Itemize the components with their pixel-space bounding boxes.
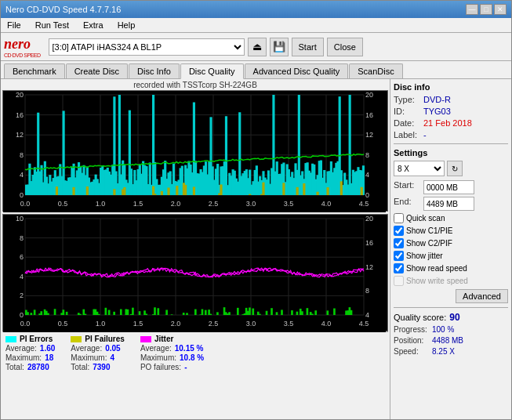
show-read-speed-label: Show read speed bbox=[406, 264, 467, 273]
show-c1-pie-checkbox[interactable] bbox=[394, 226, 404, 236]
pi-errors-avg-label: Average: bbox=[5, 344, 37, 353]
pi-failures-avg-row: Average: 0.05 bbox=[71, 344, 125, 353]
pi-failures-label: PI Failures bbox=[85, 335, 125, 343]
start-button[interactable]: Start bbox=[292, 38, 324, 56]
disc-date-row: Date: 21 Feb 2018 bbox=[394, 118, 508, 128]
show-jitter-row: Show jitter bbox=[394, 251, 508, 261]
show-c2-pif-row: Show C2/PIF bbox=[394, 238, 508, 248]
jitter-label: Jitter bbox=[154, 335, 173, 343]
toolbar: nero CD·DVD SPEED [3:0] ATAPI iHAS324 A … bbox=[1, 33, 511, 61]
pi-errors-max-row: Maximum: 18 bbox=[5, 353, 55, 362]
pi-errors-swatch bbox=[5, 336, 16, 342]
menu-extra[interactable]: Extra bbox=[80, 20, 107, 31]
chart-title: recorded with TSSTcorp SH-224GB bbox=[2, 81, 388, 89]
pi-failures-total-val: 7390 bbox=[93, 363, 110, 371]
show-write-speed-checkbox bbox=[394, 276, 404, 286]
pi-failures-total-row: Total: 7390 bbox=[71, 363, 125, 371]
pi-failures-title: PI Failures bbox=[71, 335, 125, 343]
type-label: Type: bbox=[394, 95, 421, 104]
id-val: TYG03 bbox=[423, 107, 451, 116]
show-c1-pie-row: Show C1/PIE bbox=[394, 226, 508, 236]
bottom-chart bbox=[2, 214, 388, 331]
disc-info-title: Disc info bbox=[394, 82, 508, 92]
pi-errors-legend: PI Errors Average: 1.60 Maximum: 18 Tota… bbox=[5, 335, 55, 371]
tab-disc-quality[interactable]: Disc Quality bbox=[180, 63, 244, 79]
quick-scan-checkbox[interactable] bbox=[394, 213, 404, 223]
label-label: Label: bbox=[394, 130, 421, 139]
tab-benchmark[interactable]: Benchmark bbox=[4, 63, 65, 78]
pi-failures-legend: PI Failures Average: 0.05 Maximum: 4 Tot… bbox=[71, 335, 125, 371]
pi-errors-label: PI Errors bbox=[20, 335, 53, 343]
show-c2-pif-label: Show C2/PIF bbox=[406, 239, 452, 248]
drive-select[interactable]: [3:0] ATAPI iHAS324 A BL1P bbox=[49, 38, 245, 56]
show-write-speed-label: Show write speed bbox=[406, 277, 468, 285]
legend-area: PI Errors Average: 1.60 Maximum: 18 Tota… bbox=[2, 331, 388, 374]
pi-errors-max-val: 18 bbox=[45, 353, 53, 362]
position-label: Position: bbox=[394, 336, 429, 345]
end-input[interactable] bbox=[423, 197, 474, 211]
type-val: DVD-R bbox=[423, 95, 451, 104]
show-c1-pie-label: Show C1/PIE bbox=[406, 226, 452, 235]
show-read-speed-row: Show read speed bbox=[394, 263, 508, 273]
tab-disc-info[interactable]: Disc Info bbox=[129, 63, 180, 78]
menu-file[interactable]: File bbox=[4, 20, 24, 31]
close-window-button[interactable]: ✕ bbox=[494, 4, 507, 15]
main-content: recorded with TSSTcorp SH-224GB PI Error… bbox=[1, 79, 511, 419]
title-bar-left: Nero CD-DVD Speed 4.7.7.16 bbox=[5, 5, 121, 14]
jitter-avg-label: Average: bbox=[140, 344, 172, 353]
start-row: Start: bbox=[394, 180, 508, 194]
disc-type-row: Type: DVD-R bbox=[394, 95, 508, 104]
menu-bar: File Run Test Extra Help bbox=[1, 18, 511, 33]
jitter-avg-val: 10.15 % bbox=[175, 344, 204, 353]
advanced-button[interactable]: Advanced bbox=[456, 289, 508, 303]
title-bar: Nero CD-DVD Speed 4.7.7.16 — □ ✕ bbox=[1, 1, 511, 18]
title-bar-controls: — □ ✕ bbox=[466, 4, 507, 15]
tab-advanced-disc-quality[interactable]: Advanced Disc Quality bbox=[245, 63, 349, 78]
disc-label-row: Label: - bbox=[394, 130, 508, 139]
app-title: Nero CD-DVD Speed 4.7.7.16 bbox=[5, 5, 121, 14]
speed-read-val: 8.25 X bbox=[432, 347, 455, 356]
eject-icon[interactable]: ⏏ bbox=[248, 38, 267, 56]
date-val: 21 Feb 2018 bbox=[423, 118, 472, 128]
jitter-max-val: 10.8 % bbox=[180, 353, 204, 362]
refresh-button[interactable]: ↻ bbox=[447, 161, 463, 176]
position-val: 4488 MB bbox=[432, 336, 463, 345]
quick-scan-label: Quick scan bbox=[406, 214, 445, 223]
tab-scan-disc[interactable]: ScanDisc bbox=[349, 63, 402, 78]
progress-label: Progress: bbox=[394, 325, 429, 334]
speed-select[interactable]: 8 X Max 1 X 2 X 4 X 16 X bbox=[394, 161, 445, 176]
disc-id-row: ID: TYG03 bbox=[394, 107, 508, 116]
jitter-swatch bbox=[140, 336, 151, 342]
end-label: End: bbox=[394, 197, 421, 211]
show-read-speed-checkbox[interactable] bbox=[394, 263, 404, 273]
show-write-speed-row: Show write speed bbox=[394, 276, 508, 286]
pi-failures-swatch bbox=[71, 336, 82, 342]
label-val: - bbox=[423, 130, 427, 139]
close-button[interactable]: Close bbox=[327, 38, 363, 56]
tab-create-disc[interactable]: Create Disc bbox=[66, 63, 128, 78]
id-label: ID: bbox=[394, 107, 421, 116]
tabs-bar: Benchmark Create Disc Disc Info Disc Qua… bbox=[1, 61, 511, 79]
nero-logo-text: nero bbox=[4, 36, 41, 52]
minimize-button[interactable]: — bbox=[466, 4, 478, 15]
maximize-button[interactable]: □ bbox=[480, 4, 492, 15]
pi-failures-max-label: Maximum: bbox=[71, 353, 107, 362]
jitter-legend: Jitter Average: 10.15 % Maximum: 10.8 % … bbox=[140, 335, 204, 371]
pi-failures-total-label: Total: bbox=[71, 363, 89, 371]
show-c2-pif-checkbox[interactable] bbox=[394, 238, 404, 248]
po-failures-val: - bbox=[184, 363, 187, 371]
quality-score-val: 90 bbox=[449, 312, 459, 323]
menu-run-test[interactable]: Run Test bbox=[32, 20, 72, 31]
jitter-avg-row: Average: 10.15 % bbox=[140, 344, 204, 353]
menu-help[interactable]: Help bbox=[114, 20, 139, 31]
show-jitter-checkbox[interactable] bbox=[394, 251, 404, 261]
pi-errors-total-val: 28780 bbox=[27, 363, 49, 371]
pi-errors-max-label: Maximum: bbox=[5, 353, 42, 362]
nero-sub-text: CD·DVD SPEED bbox=[4, 52, 41, 58]
top-chart bbox=[2, 90, 388, 212]
start-label: Start: bbox=[394, 180, 421, 194]
show-jitter-label: Show jitter bbox=[406, 252, 443, 260]
jitter-max-row: Maximum: 10.8 % bbox=[140, 353, 204, 362]
start-input[interactable] bbox=[423, 180, 474, 194]
save-icon[interactable]: 💾 bbox=[270, 38, 289, 56]
